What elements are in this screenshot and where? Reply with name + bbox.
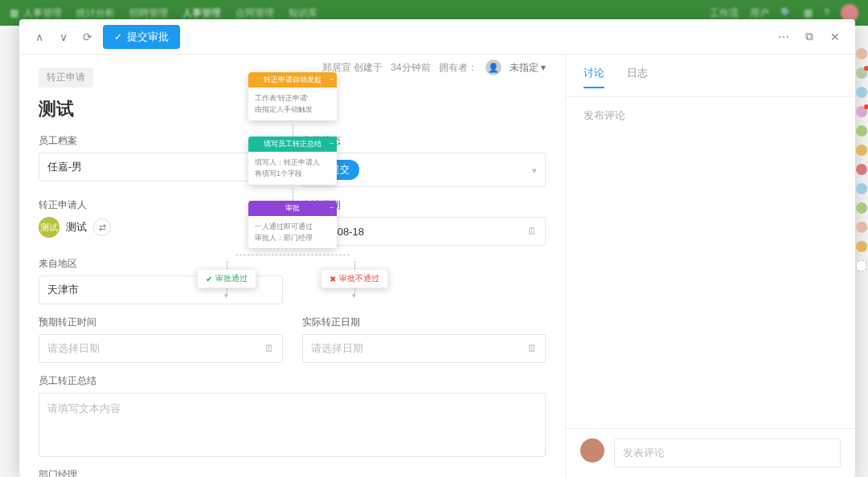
field-label-status: 审批状态 (302, 134, 547, 148)
applicant-field[interactable]: 测试 测试 ⇄ (39, 217, 283, 238)
summary-textarea[interactable]: 请填写文本内容 (39, 393, 546, 457)
employee-file-field[interactable]: 任嘉-男 (39, 153, 283, 181)
approval-status-select[interactable]: 待提交 ▾ (302, 153, 547, 187)
modal-toolbar: ∧ ∨ ⟳ 提交审批 ⋯ ⧉ ✕ (19, 19, 855, 55)
field-label-expected: 预期转正时间 (39, 316, 283, 329)
actual-date-input[interactable]: 请选择日期 🗓 (302, 334, 547, 363)
swap-icon[interactable]: ⇄ (93, 218, 111, 236)
discussion-empty: 发布评论 (566, 97, 855, 428)
app-logo: ▦ 人事管理 (10, 6, 62, 20)
main-pane: 转正申请 郑居宣 创建于 34分钟前 拥有者： 👤 未指定 ▾ 测试 员工档案 … (19, 55, 566, 477)
field-label-actual: 实际转正日期 (302, 316, 547, 329)
nav-item[interactable]: 统计分析 (76, 6, 115, 20)
calendar-icon: 🗓 (527, 226, 537, 237)
field-label-summary: 员工转正总结 (39, 374, 546, 388)
record-modal: ∧ ∨ ⟳ 提交审批 ⋯ ⧉ ✕ 转正申请 郑居宣 创建于 34分钟前 拥有者：… (19, 19, 855, 477)
creator-text: 郑居宣 创建于 (322, 61, 383, 75)
person-icon: 👤 (485, 59, 502, 75)
help-icon[interactable]: ? (824, 7, 829, 18)
presence-rail (855, 26, 868, 477)
applicant-name: 测试 (66, 220, 87, 234)
field-label-region: 来自地区 (39, 257, 283, 271)
more-icon[interactable]: ⋯ (775, 28, 792, 46)
collapse-icon: – (330, 75, 334, 82)
field-label-applicant: 转正申请人 (39, 198, 283, 212)
expected-date-input[interactable]: 请选择日期 🗓 (39, 334, 283, 363)
tab-discussion[interactable]: 讨论 (583, 66, 604, 88)
close-icon[interactable]: ✕ (826, 28, 844, 46)
calendar-icon: 🗓 (264, 343, 274, 354)
workflow-link[interactable]: 工作流 (710, 6, 739, 20)
page-title: 测试 (39, 97, 546, 121)
submit-approval-button[interactable]: 提交审批 (103, 25, 180, 49)
status-badge: 待提交 (311, 160, 359, 180)
tab-log[interactable]: 日志 (627, 66, 648, 88)
region-field[interactable]: 天津市 (39, 275, 283, 304)
nav-item[interactable]: 招聘管理 (129, 6, 168, 20)
open-new-icon[interactable]: ⧉ (800, 28, 818, 46)
field-label-manager: 部门经理 (39, 468, 546, 477)
owner-label: 拥有者： (439, 61, 477, 75)
field-label-appdate: 申请日期 (302, 198, 547, 212)
owner-dropdown[interactable]: 未指定 ▾ (510, 61, 546, 75)
chevron-down-icon: ▾ (532, 165, 537, 175)
submit-label: 提交审批 (127, 30, 169, 44)
next-icon[interactable]: ∨ (55, 28, 72, 46)
application-date-input[interactable]: 2022-08-18 🗓 (302, 217, 547, 246)
side-panel: 讨论 日志 发布评论 发表评论 (566, 55, 855, 477)
applicant-avatar: 测试 (39, 217, 59, 238)
calendar-icon: 🗓 (527, 343, 537, 354)
grid-icon: ▦ (10, 7, 18, 18)
nav-item[interactable]: 人事管理 (182, 6, 221, 20)
app-name: 人事管理 (23, 6, 62, 20)
apps-icon[interactable]: ▦ (804, 7, 813, 18)
field-label-employee: 员工档案 (39, 134, 283, 148)
comment-input[interactable]: 发表评论 (614, 438, 841, 467)
user-avatar (580, 438, 604, 463)
record-type-badge: 转正申请 (39, 67, 93, 88)
record-meta: 郑居宣 创建于 34分钟前 拥有者： 👤 未指定 ▾ (322, 55, 546, 75)
nav-item[interactable]: 知识库 (289, 6, 317, 20)
nav-item[interactable]: 合同管理 (235, 6, 274, 20)
users-link[interactable]: 用户 (750, 6, 769, 20)
created-ago: 34分钟前 (391, 61, 430, 75)
search-icon[interactable]: 🔍 (780, 7, 792, 18)
prev-icon[interactable]: ∧ (31, 28, 48, 46)
refresh-icon[interactable]: ⟳ (79, 28, 96, 46)
